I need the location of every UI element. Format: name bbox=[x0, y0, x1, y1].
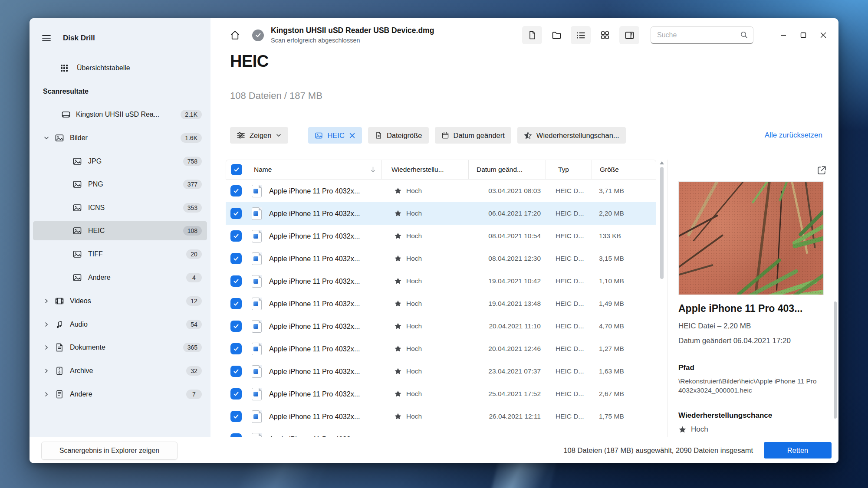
hamburger-menu-icon[interactable] bbox=[41, 33, 52, 43]
file-name: Apple iPhone 11 Pro 4032x... bbox=[269, 255, 381, 263]
remove-filter-icon[interactable] bbox=[349, 132, 355, 139]
table-row[interactable]: Apple iPhone 11 Pro 4032x... Hoch 25.04.… bbox=[226, 383, 656, 405]
row-checkbox[interactable] bbox=[230, 411, 242, 422]
preview-image[interactable] bbox=[678, 181, 824, 295]
sidebar-item-heic-selected[interactable]: HEIC 108 bbox=[33, 221, 207, 240]
table-row[interactable]: Apple iPhone 11 Pro 4032x... Hoch 08.04.… bbox=[226, 247, 656, 270]
file-view-button[interactable] bbox=[522, 26, 542, 44]
star-icon bbox=[394, 255, 402, 262]
folder-view-button[interactable] bbox=[546, 26, 566, 44]
chevron-right-icon[interactable] bbox=[43, 321, 49, 328]
sidebar-item-label: HEIC bbox=[88, 227, 105, 235]
row-checkbox[interactable] bbox=[230, 321, 242, 332]
main-area: Kingston UHSII uSD Reader USB Device.dmg… bbox=[210, 18, 838, 437]
home-button[interactable] bbox=[226, 26, 243, 44]
scrollbar-thumb[interactable] bbox=[660, 167, 664, 279]
search-input[interactable] bbox=[651, 26, 753, 44]
row-checkbox[interactable] bbox=[230, 253, 242, 264]
column-header-name[interactable]: Name bbox=[247, 160, 381, 179]
sidebar-item-andere-bilder[interactable]: Andere 4 bbox=[33, 268, 207, 287]
grid-view-button[interactable] bbox=[595, 26, 615, 44]
row-checkbox[interactable] bbox=[230, 275, 242, 287]
preview-panel: Apple iPhone 11 Pro 403... HEIC Datei – … bbox=[667, 160, 838, 437]
sidebar-item-audio[interactable]: Audio 54 bbox=[33, 315, 207, 334]
document-icon bbox=[55, 343, 64, 352]
sidebar-item-label: Andere bbox=[88, 274, 111, 282]
file-thumbnail-icon bbox=[252, 185, 262, 197]
file-size: 3,15 MB bbox=[591, 255, 656, 262]
sidebar-item-andere[interactable]: Andere 7 bbox=[33, 385, 207, 404]
sidebar-item-jpg[interactable]: JPG 758 bbox=[33, 152, 207, 171]
row-checkbox[interactable] bbox=[230, 343, 242, 354]
sidebar-item-bilder[interactable]: Bilder 1.6K bbox=[33, 128, 207, 147]
chevron-down-icon[interactable] bbox=[43, 135, 49, 141]
chevron-right-icon[interactable] bbox=[43, 344, 49, 350]
grid-dots-icon bbox=[59, 63, 69, 73]
file-type: HEIC D... bbox=[545, 390, 591, 398]
reset-all-filters-link[interactable]: Alle zurücksetzen bbox=[765, 131, 822, 140]
column-header-type[interactable]: Typ bbox=[546, 160, 592, 179]
recovery-value: Hoch bbox=[406, 232, 422, 240]
search-icon[interactable] bbox=[740, 31, 748, 39]
column-header-date[interactable]: Datum geänd... bbox=[468, 160, 546, 179]
table-row[interactable]: Apple iPhone 11 Pro 4032x... Hoch 20.04.… bbox=[226, 315, 656, 337]
row-checkbox[interactable] bbox=[230, 208, 242, 219]
table-row-partial[interactable]: Apple iPhone 11 Pro 4032x... bbox=[226, 428, 656, 437]
minimize-button[interactable] bbox=[773, 26, 793, 44]
row-checkbox[interactable] bbox=[230, 230, 242, 242]
table-row[interactable]: Apple iPhone 11 Pro 4032x... Hoch 26.04.… bbox=[226, 405, 656, 428]
column-header-recovery[interactable]: Wiederherstellu... bbox=[381, 160, 468, 179]
table-scrollbar[interactable] bbox=[659, 160, 664, 437]
maximize-button[interactable] bbox=[793, 26, 813, 44]
select-all-checkbox[interactable] bbox=[231, 164, 242, 175]
table-row[interactable]: Apple iPhone 11 Pro 4032x... Hoch 20.04.… bbox=[226, 337, 656, 360]
close-button[interactable] bbox=[813, 26, 833, 44]
sidebar-item-tiff[interactable]: TIFF 20 bbox=[33, 245, 207, 264]
date-modified: 26.04.2021 12:11 bbox=[468, 413, 545, 420]
panel-scrollbar-thumb[interactable] bbox=[834, 301, 837, 419]
sliders-icon bbox=[237, 131, 245, 140]
sidebar-item-dokumente[interactable]: Dokumente 365 bbox=[33, 338, 207, 357]
table-row[interactable]: Apple iPhone 11 Pro 4032x... Hoch 23.04.… bbox=[226, 360, 656, 383]
disk-drill-window: Disk Drill Übersichtstabelle Scanresulta… bbox=[30, 18, 838, 463]
sidebar-item-label: JPG bbox=[88, 157, 102, 165]
chevron-right-icon[interactable] bbox=[43, 391, 49, 397]
sidebar-item-device[interactable]: Kingston UHSII uSD Rea... 2.1K bbox=[33, 105, 207, 124]
sidebar-item-png[interactable]: PNG 377 bbox=[33, 175, 207, 194]
active-type-filter-chip[interactable]: HEIC bbox=[308, 127, 362, 144]
table-row[interactable]: Apple iPhone 11 Pro 4032x... Hoch 19.04.… bbox=[226, 292, 656, 315]
file-name: Apple iPhone 11 Pro 4032x... bbox=[269, 345, 381, 353]
count-badge: 1.6K bbox=[181, 133, 202, 143]
selection-status: 108 Dateien (187 MB) ausgewählt, 2090 Da… bbox=[563, 437, 753, 463]
file-thumbnail-icon bbox=[252, 410, 262, 423]
table-row[interactable]: Apple iPhone 11 Pro 4032x... Hoch 08.04.… bbox=[226, 225, 656, 247]
row-checkbox[interactable] bbox=[230, 388, 242, 400]
file-size-filter-chip[interactable]: Dateigröße bbox=[368, 127, 429, 144]
recover-button[interactable]: Retten bbox=[764, 442, 832, 459]
sort-descending-icon[interactable] bbox=[370, 166, 376, 173]
show-filter-dropdown[interactable]: Zeigen bbox=[230, 127, 288, 144]
row-checkbox[interactable] bbox=[230, 366, 242, 377]
app-title: Disk Drill bbox=[63, 34, 95, 43]
table-row-selected[interactable]: Apple iPhone 11 Pro 4032x... Hoch 06.04.… bbox=[226, 202, 656, 225]
date-modified-filter-chip[interactable]: Datum geändert bbox=[435, 127, 511, 144]
show-in-explorer-button[interactable]: Scanergebnis in Explorer zeigen bbox=[41, 442, 178, 460]
table-row[interactable]: Apple iPhone 11 Pro 4032x... Hoch 19.04.… bbox=[226, 270, 656, 292]
row-checkbox[interactable] bbox=[230, 185, 242, 197]
chevron-right-icon[interactable] bbox=[43, 368, 49, 374]
list-view-button[interactable] bbox=[571, 26, 591, 44]
sidebar-item-icns[interactable]: ICNS 353 bbox=[33, 198, 207, 217]
scroll-up-arrow-icon[interactable] bbox=[660, 161, 664, 164]
preview-panel-button[interactable] bbox=[619, 26, 639, 44]
top-bar: Kingston UHSII uSD Reader USB Device.dmg… bbox=[210, 18, 838, 52]
sidebar-item-videos[interactable]: Videos 12 bbox=[33, 291, 207, 311]
open-preview-icon[interactable] bbox=[816, 165, 827, 176]
column-header-size[interactable]: Größe bbox=[592, 160, 656, 179]
chevron-right-icon[interactable] bbox=[43, 298, 49, 304]
table-row[interactable]: Apple iPhone 11 Pro 4032x... Hoch 03.04.… bbox=[226, 180, 656, 202]
sidebar-item-overview[interactable]: Übersichtstabelle bbox=[33, 59, 207, 78]
sidebar-item-archive[interactable]: Archive 32 bbox=[33, 361, 207, 380]
half-star-icon bbox=[524, 131, 532, 140]
recovery-chance-filter-chip[interactable]: Wiederherstellungschan... bbox=[517, 127, 626, 144]
row-checkbox[interactable] bbox=[230, 298, 242, 309]
